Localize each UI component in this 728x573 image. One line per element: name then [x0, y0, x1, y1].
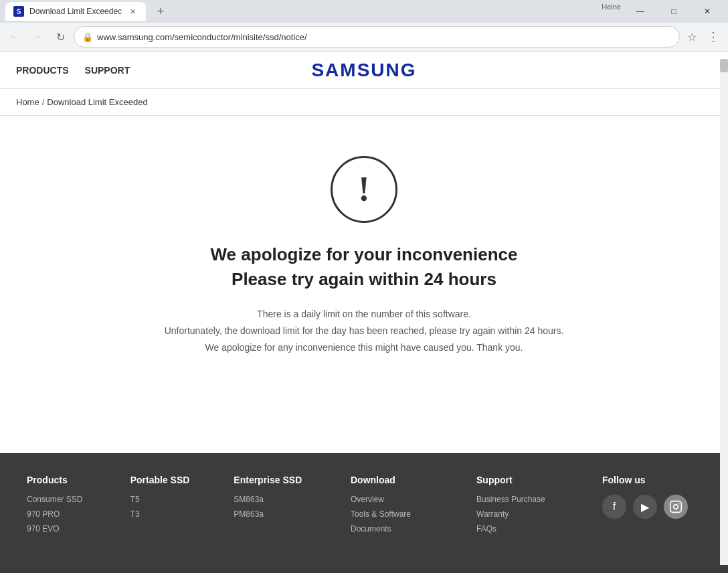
error-line1: There is a daily limit on the number of …: [165, 306, 564, 323]
svg-point-1: [674, 505, 678, 509]
nav-links: PRODUCTS SUPPORT: [16, 65, 130, 76]
url-bar[interactable]: 🔒 www.samsung.com/semiconductor/minisite…: [74, 26, 680, 48]
footer-products-title: Products: [27, 475, 117, 485]
breadcrumb-home[interactable]: Home: [16, 97, 39, 107]
tab-close-button[interactable]: ✕: [127, 6, 138, 17]
footer-columns: Products Consumer SSD 970 PRO 970 EVO Po…: [27, 475, 701, 552]
error-subtitle: Please try again within 24 hours: [232, 269, 496, 290]
minimize-button[interactable]: —: [625, 0, 656, 23]
nav-support[interactable]: SUPPORT: [85, 65, 130, 76]
error-section: ! We apologize for your inconvenience Pl…: [0, 116, 728, 410]
menu-button[interactable]: ⋮: [704, 27, 723, 46]
facebook-icon[interactable]: f: [602, 495, 626, 519]
footer-download-overview[interactable]: Overview: [351, 495, 450, 504]
maximize-button[interactable]: □: [658, 0, 689, 23]
site-footer: Products Consumer SSD 970 PRO 970 EVO Po…: [0, 453, 728, 573]
forward-button[interactable]: →: [28, 27, 47, 46]
error-line2: Unfortunately, the download limit for th…: [165, 323, 564, 339]
footer-support-warranty[interactable]: Warranty: [476, 509, 575, 519]
instagram-icon[interactable]: [664, 495, 688, 519]
footer-consumer-ssd[interactable]: Consumer SSD: [27, 495, 117, 504]
breadcrumb-separator: /: [42, 97, 45, 107]
page-content: PRODUCTS SUPPORT SAMSUNG Home / Download…: [0, 52, 728, 453]
footer-t3[interactable]: T3: [130, 509, 221, 519]
new-tab-button[interactable]: +: [151, 2, 170, 21]
breadcrumb: Home / Download Limit Exceeded: [0, 89, 728, 116]
footer-t5[interactable]: T5: [130, 495, 221, 504]
footer-col-download: Download Overview Tools & Software Docum…: [351, 475, 450, 539]
back-button[interactable]: ←: [5, 27, 24, 46]
nav-products[interactable]: PRODUCTS: [16, 65, 69, 76]
samsung-logo: SAMSUNG: [311, 60, 416, 81]
footer-col-support: Support Business Purchase Warranty FAQs: [476, 475, 575, 539]
error-icon: !: [331, 156, 397, 223]
footer-col-products: Products Consumer SSD 970 PRO 970 EVO: [27, 475, 117, 539]
reload-button[interactable]: ↻: [51, 27, 70, 46]
footer-support-faqs[interactable]: FAQs: [476, 524, 575, 534]
url-text: www.samsung.com/semiconductor/minisite/s…: [97, 32, 671, 42]
footer-pm863a[interactable]: PM863a: [234, 509, 324, 519]
error-line3: We apologize for any inconvenience this …: [165, 339, 564, 356]
scroll-thumb[interactable]: [720, 59, 728, 72]
breadcrumb-current: Download Limit Exceeded: [47, 97, 147, 107]
footer-download-tools[interactable]: Tools & Software: [351, 509, 450, 519]
window-controls: — □ ✕: [625, 0, 723, 23]
footer-products-section: Products Consumer SSD 970 PRO 970 EVO Po…: [27, 475, 324, 539]
footer-download-documents[interactable]: Documents: [351, 524, 450, 534]
footer-970pro[interactable]: 970 PRO: [27, 509, 117, 519]
youtube-icon[interactable]: ▶: [633, 495, 657, 519]
exclamation-mark: !: [358, 172, 369, 207]
close-button[interactable]: ✕: [692, 0, 723, 23]
footer-download-title: Download: [351, 475, 450, 485]
footer-enterprise-title: Enterprise SSD: [234, 475, 324, 485]
svg-point-2: [678, 503, 680, 505]
error-title: We apologize for your inconvenience: [211, 244, 518, 265]
profile-label: Heine: [602, 3, 621, 11]
footer-portable-title: Portable SSD: [130, 475, 221, 485]
tab-favicon: S: [13, 6, 24, 17]
svg-rect-0: [670, 501, 682, 513]
tab-title: Download Limit Exceedec: [29, 7, 122, 16]
social-icons: f ▶: [602, 495, 701, 519]
site-nav: PRODUCTS SUPPORT SAMSUNG: [0, 52, 728, 89]
footer-sm863a[interactable]: SM863a: [234, 495, 324, 504]
address-bar: ← → ↻ 🔒 www.samsung.com/semiconductor/mi…: [0, 23, 728, 51]
footer-support-business[interactable]: Business Purchase: [476, 495, 575, 504]
footer-col-social: Follow us f ▶: [602, 475, 701, 539]
bookmark-button[interactable]: ☆: [684, 29, 700, 45]
secure-icon: 🔒: [82, 32, 93, 42]
active-tab[interactable]: S Download Limit Exceedec ✕: [5, 2, 146, 21]
title-bar: S Download Limit Exceedec ✕ + Heine — □ …: [0, 0, 728, 23]
footer-support-title: Support: [476, 475, 575, 485]
error-body: There is a daily limit on the number of …: [165, 306, 564, 357]
footer-col-enterprise: Enterprise SSD SM863a PM863a: [234, 475, 324, 539]
footer-follow-title: Follow us: [602, 475, 701, 485]
footer-970evo[interactable]: 970 EVO: [27, 524, 117, 534]
scrollbar[interactable]: [720, 59, 728, 565]
footer-col-portable: Portable SSD T5 T3: [130, 475, 221, 539]
